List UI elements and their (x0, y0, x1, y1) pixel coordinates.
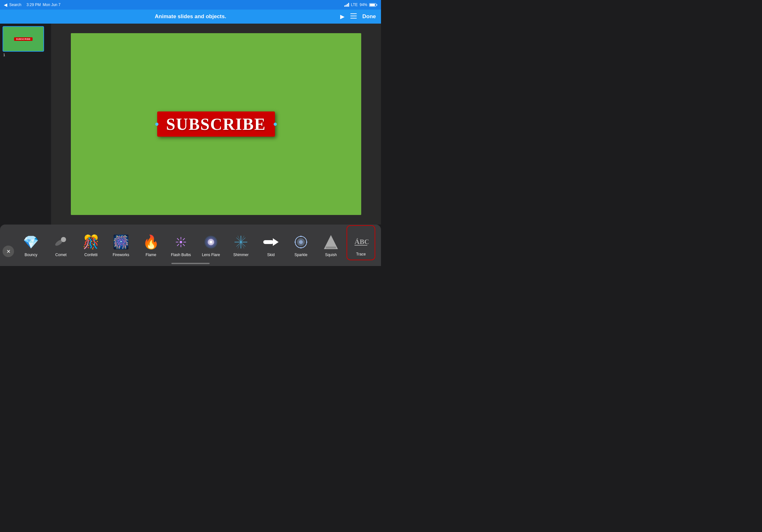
canvas-area: SUBSCRIBE (51, 24, 381, 225)
back-arrow-icon: ◀ (4, 2, 7, 7)
trace-label: Trace (356, 252, 366, 256)
anim-item-sparkle[interactable]: Sparkle (286, 225, 315, 260)
play-button[interactable]: ▶ (340, 13, 344, 20)
flame-label: Flame (145, 253, 156, 257)
anim-item-trace[interactable]: ÁBC Trace (346, 225, 375, 260)
squish-label: Squish (325, 253, 337, 257)
slide-thumb-text: SUBSCRIBE (16, 38, 31, 40)
toolbar-title: Animate slides and objects. (155, 13, 226, 20)
status-bar: ◀ Search 3:29 PM Mon Jun 7 LTE 94% (0, 0, 381, 10)
status-time: 3:29 PM (27, 3, 41, 7)
svg-rect-2 (350, 18, 357, 19)
scroll-indicator (171, 263, 210, 264)
svg-marker-24 (273, 238, 278, 246)
slide-thumbnail-1[interactable]: SUBSCRIBE 1 (3, 26, 44, 52)
subscribe-text: SUBSCRIBE (166, 115, 266, 134)
bouncy-icon: 💎 (23, 233, 39, 251)
flash-bulbs-label: Flash Bulbs (171, 253, 191, 257)
svg-rect-1 (350, 16, 357, 16)
confetti-icon: 🎊 (83, 233, 99, 251)
svg-rect-33 (326, 246, 336, 248)
close-button[interactable]: ✕ (3, 245, 14, 257)
svg-line-12 (183, 238, 185, 240)
subscribe-object[interactable]: SUBSCRIBE (157, 112, 275, 137)
svg-line-11 (183, 244, 185, 246)
anim-item-squish[interactable]: Squish (317, 225, 345, 260)
shimmer-icon (233, 233, 249, 251)
anim-item-flash-bulbs[interactable]: Flash Bulbs (167, 225, 195, 260)
fireworks-icon: 🎆 (113, 233, 129, 251)
svg-rect-23 (263, 240, 273, 244)
trace-icon: ÁBC (353, 233, 369, 250)
status-date: Mon Jun 7 (43, 3, 61, 7)
sparkle-label: Sparkle (294, 253, 308, 257)
svg-rect-0 (350, 13, 357, 14)
status-right: LTE 94% (344, 3, 377, 7)
squish-icon (323, 233, 339, 251)
svg-point-30 (300, 247, 302, 248)
comet-label: Comet (55, 253, 66, 257)
svg-line-13 (177, 244, 179, 246)
svg-line-10 (177, 238, 179, 240)
slide-panel: SUBSCRIBE 1 (0, 24, 51, 225)
slide-canvas[interactable]: SUBSCRIBE (71, 33, 361, 215)
battery-pct: 94% (360, 3, 367, 7)
svg-point-31 (294, 241, 296, 243)
skid-icon (263, 233, 278, 251)
battery-icon (369, 3, 377, 7)
anim-item-comet[interactable]: Comet (46, 225, 75, 260)
svg-point-16 (210, 241, 212, 243)
bouncy-label: Bouncy (25, 253, 37, 257)
flame-icon: 🔥 (143, 233, 159, 251)
close-icon: ✕ (6, 248, 11, 254)
animation-picker-bar: ✕ 💎 Bouncy Comet 🎊 Confetti 🎆 Fireworks … (0, 225, 381, 266)
lte-label: LTE (351, 3, 358, 7)
anim-item-bouncy[interactable]: 💎 Bouncy (17, 225, 45, 260)
slide-number: 1 (3, 53, 5, 57)
search-label[interactable]: Search (9, 3, 21, 7)
lens-flare-icon (203, 233, 219, 251)
list-button[interactable] (350, 13, 357, 20)
svg-text:ÁBC: ÁBC (354, 237, 369, 245)
status-left: ◀ Search 3:29 PM Mon Jun 7 (4, 2, 61, 7)
sparkle-icon (293, 233, 309, 251)
flash-bulbs-icon (173, 233, 189, 251)
svg-point-29 (306, 241, 307, 243)
comet-icon (53, 233, 69, 251)
toolbar: Animate slides and objects. ▶ Done (0, 10, 381, 24)
skid-label: Skid (267, 253, 274, 257)
svg-point-5 (180, 241, 182, 243)
svg-point-27 (299, 240, 303, 244)
anim-item-lens-flare[interactable]: Lens Flare (196, 225, 225, 260)
anim-item-skid[interactable]: Skid (257, 225, 285, 260)
anim-item-flame[interactable]: 🔥 Flame (137, 225, 165, 260)
fireworks-label: Fireworks (113, 253, 129, 257)
lens-flare-label: Lens Flare (202, 253, 220, 257)
slide-thumb-inner: SUBSCRIBE (14, 37, 33, 41)
anim-item-shimmer[interactable]: Shimmer (227, 225, 255, 260)
anim-item-fireworks[interactable]: 🎆 Fireworks (107, 225, 135, 260)
done-button[interactable]: Done (362, 13, 376, 20)
svg-point-28 (300, 236, 302, 237)
anim-item-confetti[interactable]: 🎊 Confetti (77, 225, 105, 260)
shimmer-label: Shimmer (233, 253, 249, 257)
confetti-label: Confetti (84, 253, 97, 257)
toolbar-actions: ▶ Done (340, 13, 376, 20)
signal-bars-icon (344, 3, 349, 7)
